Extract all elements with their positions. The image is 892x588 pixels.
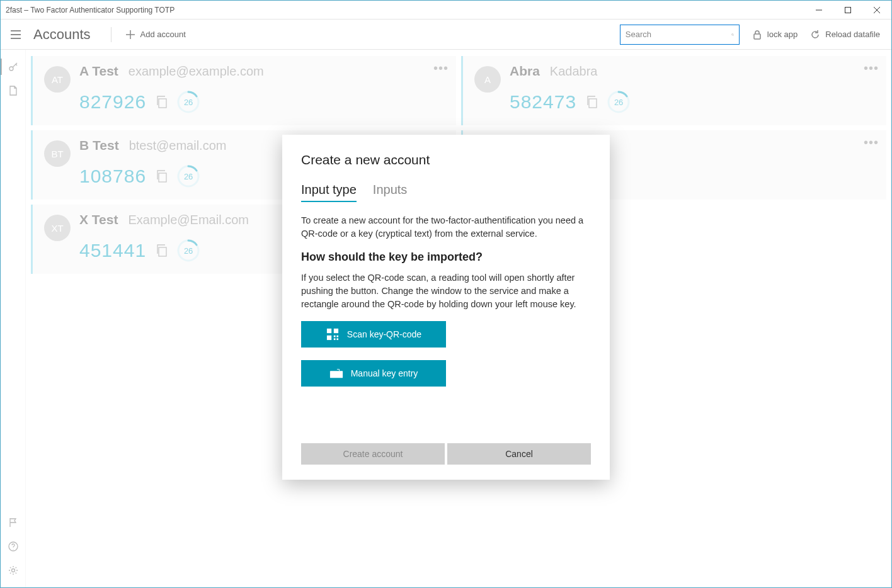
svg-line-10 — [733, 35, 734, 35]
dialog-title: Create a new account — [301, 152, 591, 167]
dialog-body-text: If you select the QR-code scan, a readin… — [301, 271, 591, 311]
create-account-button[interactable]: Create account — [301, 443, 445, 465]
cancel-button[interactable]: Cancel — [447, 443, 591, 465]
toolbar: Accounts Add account lock app Reload dat… — [1, 20, 891, 50]
toolbar-divider — [111, 27, 112, 42]
svg-rect-36 — [336, 336, 338, 337]
modal-overlay: Create a new account Input type Inputs T… — [1, 50, 891, 587]
page-title: Accounts — [33, 26, 91, 43]
window-title: 2fast – Two Factor Authenticator Support… — [6, 6, 174, 14]
svg-rect-35 — [334, 336, 336, 337]
maximize-button[interactable] — [833, 1, 862, 20]
plus-icon — [125, 30, 135, 40]
dialog-intro-text: To create a new account for the two-fact… — [301, 214, 591, 240]
svg-rect-37 — [334, 338, 336, 340]
scan-qr-button[interactable]: Scan key-QR-code — [301, 321, 446, 348]
tab-inputs[interactable]: Inputs — [373, 183, 407, 202]
keyboard-icon — [329, 367, 343, 380]
scan-qr-label: Scan key-QR-code — [347, 329, 421, 339]
reload-label: Reload datafile — [825, 30, 880, 39]
dialog-tabs: Input type Inputs — [301, 183, 591, 203]
lock-app-label: lock app — [767, 30, 798, 39]
svg-rect-30 — [328, 330, 331, 332]
add-account-label: Add account — [140, 30, 186, 39]
svg-rect-38 — [336, 338, 338, 340]
add-account-button[interactable]: Add account — [119, 26, 192, 43]
lock-app-button[interactable]: lock app — [746, 26, 804, 43]
tab-input-type[interactable]: Input type — [301, 183, 357, 202]
app-window: 2fast – Two Factor Authenticator Support… — [0, 0, 892, 588]
manual-entry-label: Manual key entry — [351, 368, 418, 378]
titlebar: 2fast – Two Factor Authenticator Support… — [1, 1, 891, 20]
close-button[interactable] — [862, 1, 891, 20]
body: AT A Test example@example.com 827926 26 — [1, 50, 891, 587]
create-account-dialog: Create a new account Input type Inputs T… — [282, 135, 610, 480]
search-input[interactable] — [626, 30, 731, 39]
svg-point-9 — [731, 33, 733, 35]
svg-rect-11 — [754, 34, 760, 39]
svg-rect-1 — [845, 8, 851, 13]
dialog-footer: Create account Cancel — [301, 443, 591, 465]
reload-datafile-button[interactable]: Reload datafile — [804, 26, 886, 43]
search-icon — [731, 30, 734, 39]
search-box[interactable] — [620, 25, 740, 45]
menu-button[interactable] — [6, 25, 26, 45]
lock-icon — [752, 30, 762, 40]
dialog-heading: How should the key be imported? — [301, 251, 591, 264]
reload-icon — [810, 30, 820, 40]
svg-rect-32 — [334, 330, 337, 332]
svg-rect-34 — [328, 337, 331, 339]
window-controls — [804, 1, 891, 19]
minimize-button[interactable] — [804, 1, 833, 20]
qr-icon — [326, 328, 340, 341]
manual-entry-button[interactable]: Manual key entry — [301, 360, 446, 387]
svg-rect-39 — [330, 371, 343, 378]
